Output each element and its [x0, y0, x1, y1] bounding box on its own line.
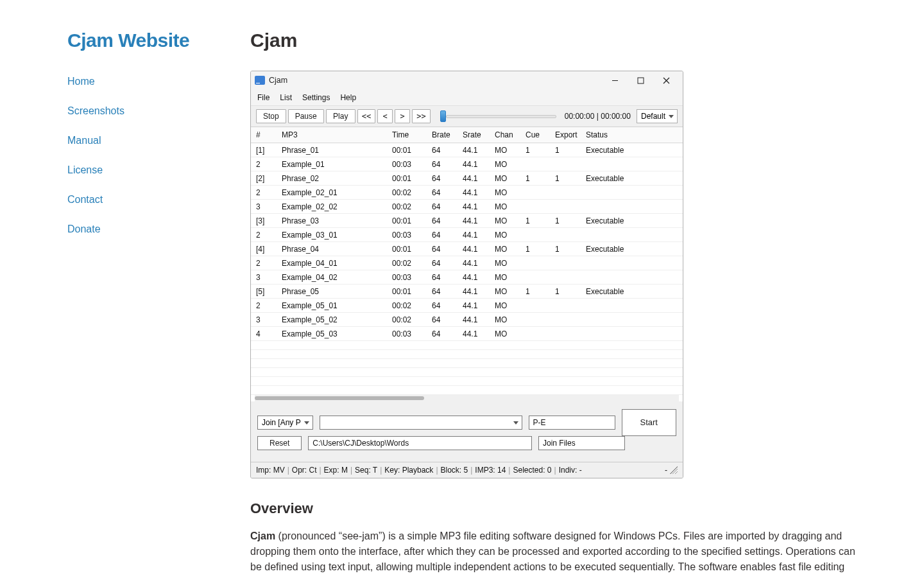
table-row[interactable]: [3]Phrase_0300:016444.1MO11Executable [251, 214, 683, 228]
rewind-fast-button[interactable]: << [357, 109, 375, 123]
maximize-button[interactable] [628, 72, 653, 89]
menu-help[interactable]: Help [340, 92, 356, 103]
nav-home[interactable]: Home [67, 76, 95, 87]
site-nav: Home Screenshots Manual License Contact … [67, 74, 237, 251]
table-row[interactable]: 2Example_05_0100:026444.1MO [251, 299, 683, 313]
table-row[interactable]: 4Example_05_0300:036444.1MO [251, 327, 683, 341]
join-mode-select[interactable]: Join [Any P [257, 416, 313, 430]
nav-manual[interactable]: Manual [67, 135, 101, 146]
joinfiles-input[interactable]: Join Files [538, 436, 625, 450]
status-bar: Imp: MV| Opr: Ct| Exp: M| Seq: T| Key: P… [251, 462, 683, 478]
timecode: 00:00:00 | 00:00:00 [565, 110, 631, 122]
table-row[interactable]: [2]Phrase_0200:016444.1MO11Executable [251, 171, 683, 186]
page-heading: Cjam [250, 26, 860, 55]
forward-button[interactable]: > [395, 109, 410, 123]
play-button[interactable]: Play [326, 109, 355, 123]
file-grid[interactable]: # MP3 Time Brate Srate Chan Cue Export S… [251, 127, 683, 401]
app-icon [255, 76, 265, 85]
start-button[interactable]: Start [622, 409, 676, 436]
menu-list[interactable]: List [280, 92, 292, 103]
table-row[interactable]: 2Example_0100:036444.1MO [251, 157, 683, 171]
output-path-input[interactable]: C:\Users\CJ\Desktop\Words [308, 436, 532, 450]
horizontal-scrollbar[interactable] [255, 395, 679, 401]
pe-input[interactable]: P-E [529, 416, 615, 430]
preset-select[interactable]: Default [637, 109, 678, 123]
nav-screenshots[interactable]: Screenshots [67, 105, 124, 116]
close-button[interactable] [653, 72, 679, 89]
table-row[interactable]: 3Example_04_0200:036444.1MO [251, 270, 683, 285]
menu-file[interactable]: File [257, 92, 270, 103]
overview-heading: Overview [250, 498, 860, 519]
site-title: Cjam Website [67, 26, 237, 55]
overview-text: Cjam (pronounced “see-jam”) is a simple … [250, 529, 860, 579]
app-screenshot: Cjam File List Settings Help Stop Pau [250, 71, 683, 478]
playback-slider[interactable] [440, 110, 563, 122]
table-row[interactable]: 3Example_02_0200:026444.1MO [251, 200, 683, 214]
nav-license[interactable]: License [67, 164, 103, 175]
site-title-link[interactable]: Cjam Website [67, 30, 189, 51]
reset-button[interactable]: Reset [257, 436, 302, 450]
table-row[interactable]: [1]Phrase_0100:016444.1MO11Executable [251, 143, 683, 157]
forward-fast-button[interactable]: >> [412, 109, 430, 123]
table-row[interactable]: 2Example_02_0100:026444.1MO [251, 186, 683, 200]
table-row[interactable]: 2Example_04_0100:026444.1MO [251, 256, 683, 270]
app-title: Cjam [269, 74, 602, 87]
menu-settings[interactable]: Settings [302, 92, 330, 103]
svg-rect-1 [638, 78, 644, 83]
rewind-button[interactable]: < [377, 109, 393, 123]
pause-button[interactable]: Pause [288, 109, 324, 123]
nav-donate[interactable]: Donate [67, 223, 101, 234]
stop-button[interactable]: Stop [256, 109, 286, 123]
command-input[interactable] [320, 416, 522, 430]
table-row[interactable]: 3Example_05_0200:026444.1MO [251, 313, 683, 327]
nav-contact[interactable]: Contact [67, 194, 103, 205]
resize-grip-icon[interactable] [670, 466, 678, 474]
grid-header: # MP3 Time Brate Srate Chan Cue Export S… [251, 127, 683, 143]
table-row[interactable]: 2Example_03_0100:036444.1MO [251, 228, 683, 242]
minimize-button[interactable] [602, 72, 628, 89]
table-row[interactable]: [4]Phrase_0400:016444.1MO11Executable [251, 242, 683, 256]
table-row[interactable]: [5]Phrase_0500:016444.1MO11Executable [251, 285, 683, 299]
